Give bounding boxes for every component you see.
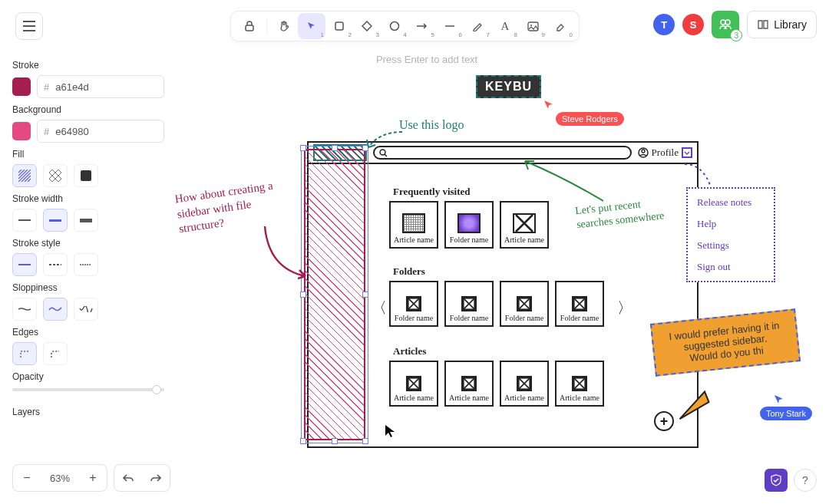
arrow-icon — [416, 22, 428, 30]
canvas[interactable]: Press Enter to add text KEYBU Use this l… — [177, 46, 829, 450]
profile-menu[interactable]: Release notes Help Settings Sign out — [686, 187, 775, 282]
library-button[interactable]: Library — [747, 11, 817, 38]
svg-point-4 — [530, 25, 532, 26]
folder-card[interactable]: Folder name — [555, 281, 604, 327]
book-icon — [757, 19, 769, 30]
tool-diamond[interactable]: 3 — [353, 13, 381, 39]
sel-handle[interactable] — [300, 438, 306, 444]
sel-handle[interactable] — [332, 438, 338, 444]
fill-hatch[interactable] — [12, 164, 37, 187]
article-card[interactable]: Article name — [389, 361, 438, 407]
tool-text[interactable]: A8 — [491, 13, 519, 39]
hamburger-icon — [23, 21, 35, 31]
pointer-icon — [306, 21, 317, 31]
sel-handle[interactable] — [332, 145, 338, 151]
wireframe-window[interactable]: Profile Frequently visited Article name … — [307, 141, 699, 448]
stroke-width-label: Stroke width — [12, 193, 164, 204]
slop-1[interactable] — [43, 298, 68, 321]
stroke-hex-input[interactable]: #a61e4d — [37, 75, 164, 98]
sidebar-shape-selected[interactable] — [304, 149, 365, 440]
svg-rect-3 — [528, 22, 538, 31]
fill-label: Fill — [12, 149, 164, 160]
lock-icon — [243, 20, 256, 32]
topright-cluster: T S 3 Library — [653, 11, 817, 38]
menu-item[interactable]: Release notes — [697, 196, 765, 209]
folder-card[interactable]: Folder name — [500, 281, 549, 327]
arrow-search — [519, 155, 611, 209]
library-label: Library — [774, 18, 807, 31]
eraser-icon — [555, 21, 566, 31]
article-card[interactable]: Article name — [555, 361, 604, 407]
undo-button[interactable] — [114, 465, 142, 491]
sel-handle[interactable] — [362, 292, 368, 298]
tool-hand[interactable] — [270, 13, 298, 39]
folder-card[interactable]: Folder name — [444, 281, 494, 327]
sel-handle[interactable] — [300, 292, 306, 298]
cursor-tony — [772, 393, 786, 407]
profile-dropdown[interactable] — [682, 147, 692, 158]
tool-arrow[interactable]: 5 — [408, 13, 436, 39]
folders-prev[interactable]: 〈 — [372, 298, 387, 318]
ss-solid[interactable] — [12, 253, 37, 276]
menu-item[interactable]: Sign out — [697, 261, 765, 273]
stroke-swatch[interactable] — [12, 77, 31, 96]
opacity-label: Opacity — [12, 371, 164, 382]
ss-dotted[interactable] — [74, 253, 98, 276]
tool-image[interactable]: 9 — [519, 13, 547, 39]
sel-handle[interactable] — [362, 438, 368, 444]
svg-point-9 — [642, 150, 645, 153]
add-button[interactable]: + — [654, 411, 674, 431]
avatar-s[interactable]: S — [682, 14, 704, 35]
zoom-out[interactable]: − — [13, 465, 41, 491]
freq-label: Frequently visited — [393, 186, 471, 198]
background-swatch[interactable] — [12, 122, 31, 140]
redo-button[interactable] — [142, 465, 170, 491]
menu-item[interactable]: Settings — [697, 239, 765, 252]
share-button[interactable]: 3 — [712, 11, 739, 38]
tool-draw[interactable]: 7 — [464, 13, 491, 39]
circle-icon — [389, 21, 400, 31]
freq-card[interactable]: Folder name — [444, 201, 494, 249]
fill-cross[interactable] — [43, 164, 68, 187]
arrow-sidebar — [261, 222, 315, 284]
edge-sharp[interactable] — [12, 342, 37, 365]
menu-item[interactable]: Help — [697, 218, 765, 230]
sel-handle[interactable] — [300, 145, 306, 151]
tool-select[interactable]: 1 — [298, 13, 325, 39]
background-hex-input[interactable]: #e64980 — [37, 120, 164, 143]
line-icon — [444, 24, 455, 28]
stroke-style-label: Stroke style — [12, 238, 164, 249]
sticky-text: I would prefer having it in suggested si… — [660, 318, 791, 366]
sw-thin[interactable] — [12, 209, 37, 232]
avatar-t[interactable]: T — [653, 14, 675, 35]
article-card[interactable]: Article name — [444, 361, 494, 407]
tool-circle[interactable]: 4 — [381, 13, 408, 39]
layers-label: Layers — [12, 407, 164, 417]
profile-label: Profile — [652, 147, 679, 159]
folder-card[interactable]: Folder name — [389, 281, 438, 327]
logo-box[interactable]: KEYBU — [476, 75, 541, 98]
properties-panel: Stroke #a61e4d Background #e64980 Fill S… — [12, 54, 164, 445]
shield-button[interactable] — [765, 469, 788, 492]
zoom-value[interactable]: 63% — [41, 465, 79, 491]
opacity-slider[interactable] — [12, 388, 164, 391]
edge-round[interactable] — [43, 342, 68, 365]
ss-dashed[interactable] — [43, 253, 68, 276]
tool-line[interactable]: 6 — [436, 13, 464, 39]
tool-rect[interactable]: 2 — [325, 13, 353, 39]
slop-2[interactable] — [74, 298, 98, 321]
mouse-cursor — [384, 423, 396, 439]
menu-button[interactable] — [15, 12, 43, 40]
help-button[interactable]: ? — [794, 469, 817, 492]
tool-eraser[interactable]: 0 — [547, 13, 574, 39]
freq-card[interactable]: Article name — [389, 201, 438, 249]
folders-next[interactable]: 〉 — [617, 298, 632, 318]
sw-med[interactable] — [43, 209, 68, 232]
fill-solid[interactable] — [74, 164, 98, 187]
tool-lock[interactable] — [236, 13, 263, 39]
article-card[interactable]: Article name — [500, 361, 549, 407]
slop-0[interactable] — [12, 298, 37, 321]
sw-thick[interactable] — [74, 209, 98, 232]
zoom-in[interactable]: + — [79, 465, 107, 491]
sticky-tail — [674, 389, 715, 423]
